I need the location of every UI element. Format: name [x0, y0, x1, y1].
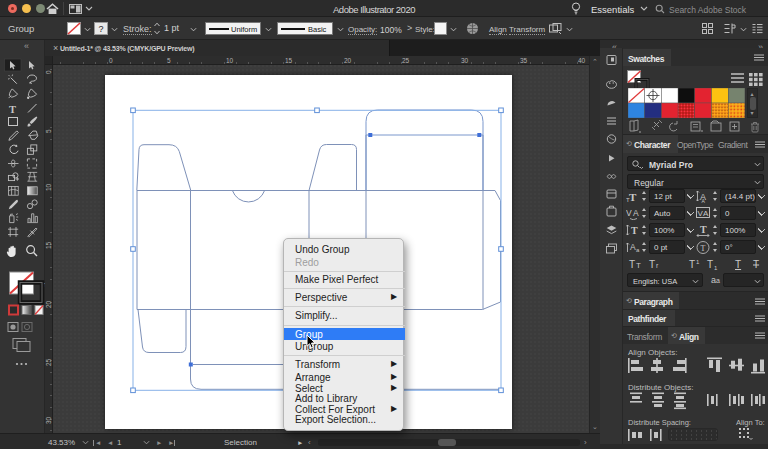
svg-text:V: V — [626, 208, 632, 218]
svg-text:T: T — [649, 259, 655, 270]
svg-text:T: T — [626, 197, 630, 203]
svg-text:T: T — [631, 225, 638, 236]
svg-text:T: T — [636, 261, 641, 270]
svg-text:T: T — [753, 259, 759, 270]
svg-text:A: A — [703, 209, 709, 218]
svg-text:T: T — [629, 191, 637, 203]
svg-text:1: 1 — [696, 259, 700, 265]
svg-text:r: r — [656, 262, 659, 269]
svg-text:T: T — [9, 104, 16, 115]
svg-text:T: T — [700, 224, 707, 235]
svg-text:T: T — [707, 259, 713, 270]
svg-text:1: 1 — [714, 265, 718, 271]
svg-text:T: T — [629, 259, 635, 270]
svg-text:a: a — [636, 247, 640, 253]
svg-text:T: T — [701, 244, 706, 253]
svg-text:T: T — [735, 259, 741, 270]
svg-text:T: T — [689, 259, 695, 270]
svg-text:A: A — [633, 208, 639, 218]
